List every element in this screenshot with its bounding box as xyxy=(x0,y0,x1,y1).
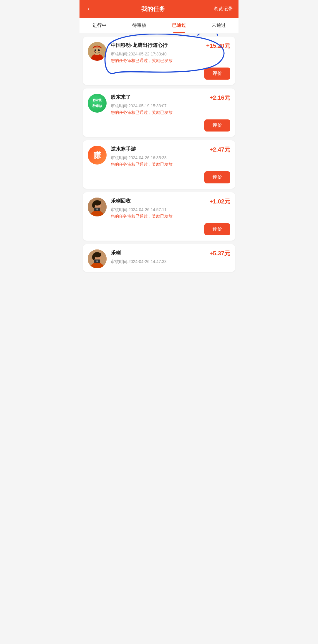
task-card-5: 乐喇 +5.37元 审核时间:2024-04-26 14:47:33 xyxy=(83,244,235,272)
tab-approved[interactable]: 已通过 xyxy=(159,18,199,33)
task-name-1: 中国移动-龙腾出行随心行 xyxy=(111,42,204,49)
avatar-3: 赚 xyxy=(88,146,107,165)
task-name-2: 股东来了 xyxy=(111,94,207,101)
svg-point-8 xyxy=(100,50,102,52)
card-info-5: 乐喇 +5.37元 审核时间:2024-04-26 14:47:33 xyxy=(111,249,230,264)
review-btn-2[interactable]: 评价 xyxy=(204,119,230,132)
reward-4: +1.02元 xyxy=(209,198,230,206)
tab-rejected[interactable]: 未通过 xyxy=(199,18,238,33)
reward-5: +5.37元 xyxy=(209,249,230,257)
task-card-4: 乐喇回收 +1.02元 审核时间:2024-04-26 14:57:11 您的任… xyxy=(83,192,235,241)
audit-time-1: 审核时间:2024-05-22 17:33:40 xyxy=(111,52,230,57)
task-name-3: 逆水寒手游 xyxy=(111,146,207,153)
status-1: 您的任务审核已通过，奖励已发放 xyxy=(111,58,230,63)
badge-text-top: 秒审核 xyxy=(93,98,102,102)
task-card-3: 赚 逆水寒手游 +2.47元 审核时间:2024-04-26 16:35:38 … xyxy=(83,140,235,189)
zhuan-char: 赚 xyxy=(93,150,101,160)
header: ‹ 我的任务 浏览记录 xyxy=(80,0,238,18)
card-info-1: 中国移动-龙腾出行随心行 +15.20元 审核时间:2024-05-22 17:… xyxy=(111,42,230,63)
review-btn-1[interactable]: 评价 xyxy=(204,68,230,80)
back-button[interactable]: ‹ xyxy=(85,4,92,14)
page-title: 我的任务 xyxy=(141,5,165,13)
svg-point-3 xyxy=(95,49,96,51)
task-card-1: 中国移动-龙腾出行随心行 +15.20元 审核时间:2024-05-22 17:… xyxy=(83,37,235,85)
card-info-3: 逆水寒手游 +2.47元 审核时间:2024-04-26 16:35:38 您的… xyxy=(111,146,230,167)
avatar-5 xyxy=(88,249,107,268)
avatar-1 xyxy=(88,42,107,61)
avatar-2: 秒审核 秒审核 xyxy=(88,94,107,113)
task-list: 中国移动-龙腾出行随心行 +15.20元 审核时间:2024-05-22 17:… xyxy=(80,33,238,279)
svg-point-4 xyxy=(98,49,100,51)
svg-point-16 xyxy=(97,209,98,210)
audit-time-4: 审核时间:2024-04-26 14:57:11 xyxy=(111,207,230,213)
status-4: 您的任务审核已通过，奖励已发放 xyxy=(111,214,230,219)
svg-point-13 xyxy=(92,202,95,208)
reward-1: +15.20元 xyxy=(206,42,230,50)
task-card-2: 秒审核 秒审核 股东来了 +2.16元 审核时间:2024-05-19 15:3… xyxy=(83,88,235,137)
svg-point-24 xyxy=(97,261,98,262)
svg-point-6 xyxy=(99,50,100,50)
svg-point-5 xyxy=(95,50,96,50)
history-button[interactable]: 浏览记录 xyxy=(214,6,233,12)
review-btn-4[interactable]: 评价 xyxy=(204,223,230,235)
status-3: 您的任务审核已通过，奖励已发放 xyxy=(111,162,230,167)
svg-point-7 xyxy=(92,50,94,52)
badge-text-bottom: 秒审核 xyxy=(92,104,102,108)
card-info-2: 股东来了 +2.16元 审核时间:2024-05-19 15:33:07 您的任… xyxy=(111,94,230,115)
task-name-4: 乐喇回收 xyxy=(111,198,207,205)
tab-ongoing[interactable]: 进行中 xyxy=(80,18,119,33)
card-top-1: 中国移动-龙腾出行随心行 +15.20元 审核时间:2024-05-22 17:… xyxy=(88,42,230,63)
reward-2: +2.16元 xyxy=(209,94,230,102)
audit-time-2: 审核时间:2024-05-19 15:33:07 xyxy=(111,104,230,109)
reward-3: +2.47元 xyxy=(209,146,230,154)
avatar-4 xyxy=(88,198,107,216)
review-btn-3[interactable]: 评价 xyxy=(204,171,230,183)
audit-time-3: 审核时间:2024-04-26 16:35:38 xyxy=(111,155,230,161)
svg-point-21 xyxy=(92,254,95,260)
card-info-4: 乐喇回收 +1.02元 审核时间:2024-04-26 14:57:11 您的任… xyxy=(111,198,230,219)
status-2: 您的任务审核已通过，奖励已发放 xyxy=(111,110,230,115)
audit-time-5: 审核时间:2024-04-26 14:47:33 xyxy=(111,259,230,264)
tab-bar: 进行中 待审核 已通过 未通过 xyxy=(80,18,238,33)
task-name-5: 乐喇 xyxy=(111,249,207,257)
tab-pending[interactable]: 待审核 xyxy=(119,18,159,33)
